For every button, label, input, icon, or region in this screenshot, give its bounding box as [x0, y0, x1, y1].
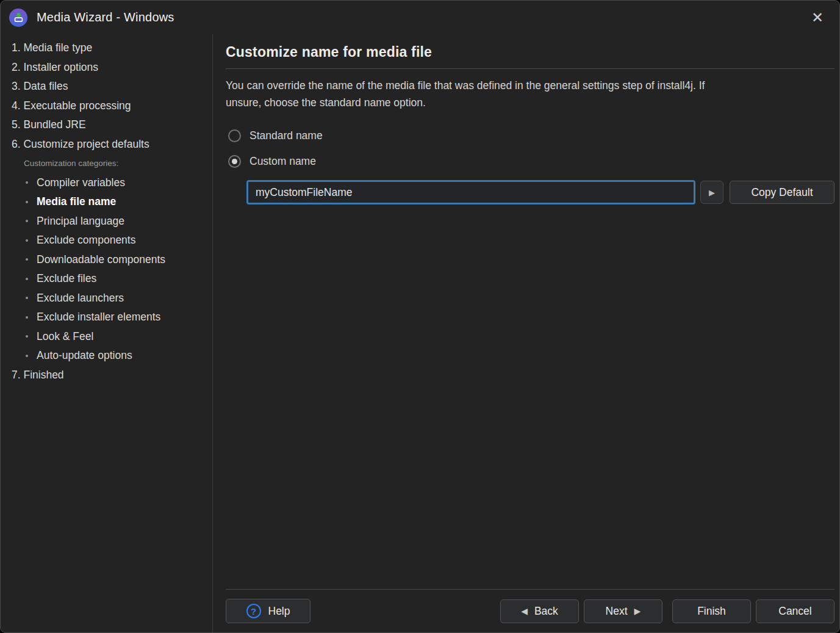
heading-divider — [226, 68, 835, 69]
radio-unselected-icon — [228, 129, 241, 142]
help-label: Help — [268, 605, 290, 618]
custom-name-row: ▶ Copy Default — [246, 180, 835, 204]
sidebar-item-exclude-installer-elements[interactable]: Exclude installer elements — [1, 308, 212, 327]
arrow-right-icon: ▶ — [634, 606, 641, 616]
bullet-icon — [26, 297, 28, 299]
bullet-icon — [26, 201, 28, 203]
radio-selected-icon — [228, 155, 241, 168]
description-line: You can override the name of the media f… — [226, 77, 835, 94]
description-line: unsure, choose the standard name option. — [226, 94, 835, 111]
bullet-icon — [26, 220, 28, 222]
sidebar-item-exclude-launchers[interactable]: Exclude launchers — [1, 289, 212, 308]
close-button[interactable]: ✕ — [804, 4, 831, 31]
bullet-icon — [26, 239, 28, 242]
bullet-icon — [26, 316, 28, 319]
sidebar-item-label: Exclude installer elements — [37, 308, 160, 327]
sidebar-step-installer-options[interactable]: 2. Installer options — [1, 58, 212, 78]
radio-standard-name[interactable]: Standard name — [226, 129, 835, 143]
next-label: Next — [606, 605, 628, 618]
sidebar-item-principal-language[interactable]: Principal language — [1, 212, 212, 231]
sidebar-item-exclude-files[interactable]: Exclude files — [1, 269, 212, 289]
install-media-icon — [9, 9, 27, 27]
arrow-left-icon: ◀ — [521, 606, 528, 616]
bullet-icon — [26, 181, 28, 184]
bullet-icon — [26, 258, 28, 261]
sidebar-step-customize-project-defaults[interactable]: 6. Customize project defaults — [1, 135, 212, 154]
help-button[interactable]: ? Help — [226, 599, 311, 623]
sidebar-item-label: Compiler variables — [37, 173, 125, 193]
help-icon: ? — [246, 604, 261, 618]
sidebar-step-media-file-type[interactable]: 1. Media file type — [1, 38, 212, 58]
customization-categories-caption: Customization categories: — [1, 154, 212, 173]
sidebar-item-label: Auto-update options — [37, 346, 132, 366]
page-title: Customize name for media file — [226, 44, 835, 60]
sidebar-item-label: Exclude files — [37, 269, 96, 289]
arrow-right-icon: ▶ — [709, 188, 715, 197]
window-title: Media Wizard - Windows — [37, 10, 174, 24]
sidebar-item-label: Exclude components — [37, 231, 135, 250]
sidebar-step-executable-processing[interactable]: 4. Executable processing — [1, 96, 212, 116]
back-label: Back — [534, 605, 558, 618]
sidebar-item-exclude-components[interactable]: Exclude components — [1, 231, 212, 250]
sidebar-item-label: Principal language — [37, 212, 124, 231]
sidebar-step-finished[interactable]: 7. Finished — [1, 366, 212, 385]
back-button[interactable]: ◀ Back — [500, 599, 579, 623]
next-button[interactable]: Next ▶ — [584, 599, 662, 623]
wizard-nav-buttons: ◀ Back Next ▶ Finish Cancel — [495, 599, 835, 623]
title-bar: Media Wizard - Windows ✕ — [1, 1, 839, 34]
sidebar-item-label: Media file name — [37, 192, 116, 212]
bullet-icon — [26, 355, 28, 357]
wizard-steps-sidebar: 1. Media file type 2. Installer options … — [1, 34, 213, 632]
insert-variable-button[interactable]: ▶ — [700, 181, 723, 204]
custom-name-input[interactable] — [246, 180, 695, 204]
sidebar-step-data-files[interactable]: 3. Data files — [1, 77, 212, 96]
sidebar-item-media-file-name[interactable]: Media file name — [1, 192, 212, 212]
media-wizard-window: Media Wizard - Windows ✕ 1. Media file t… — [0, 0, 840, 633]
radio-label: Custom name — [249, 155, 316, 168]
radio-label: Standard name — [249, 129, 323, 142]
radio-custom-name[interactable]: Custom name — [226, 154, 835, 168]
cancel-button[interactable]: Cancel — [756, 599, 835, 623]
main-panel: Customize name for media file You can ov… — [213, 34, 839, 632]
bullet-icon — [26, 335, 28, 338]
sidebar-item-auto-update-options[interactable]: Auto-update options — [1, 346, 212, 366]
close-icon: ✕ — [811, 10, 824, 25]
sidebar-item-label: Downloadable components — [37, 250, 165, 270]
finish-button[interactable]: Finish — [672, 599, 751, 623]
sidebar-item-label: Look & Feel — [37, 327, 93, 347]
description-text: You can override the name of the media f… — [226, 77, 835, 111]
bullet-icon — [26, 278, 28, 280]
sidebar-item-downloadable-components[interactable]: Downloadable components — [1, 250, 212, 270]
dialog-content: 1. Media file type 2. Installer options … — [1, 34, 839, 632]
copy-default-button[interactable]: Copy Default — [730, 181, 835, 204]
name-option-radio-group: Standard name Custom name — [226, 129, 835, 168]
sidebar-step-bundled-jre[interactable]: 5. Bundled JRE — [1, 115, 212, 135]
sidebar-item-compiler-variables[interactable]: Compiler variables — [1, 173, 212, 193]
sidebar-item-look-and-feel[interactable]: Look & Feel — [1, 327, 212, 347]
sidebar-item-label: Exclude launchers — [37, 289, 124, 308]
footer-bar: ? Help ◀ Back Next ▶ Finish Cancel — [226, 589, 835, 632]
